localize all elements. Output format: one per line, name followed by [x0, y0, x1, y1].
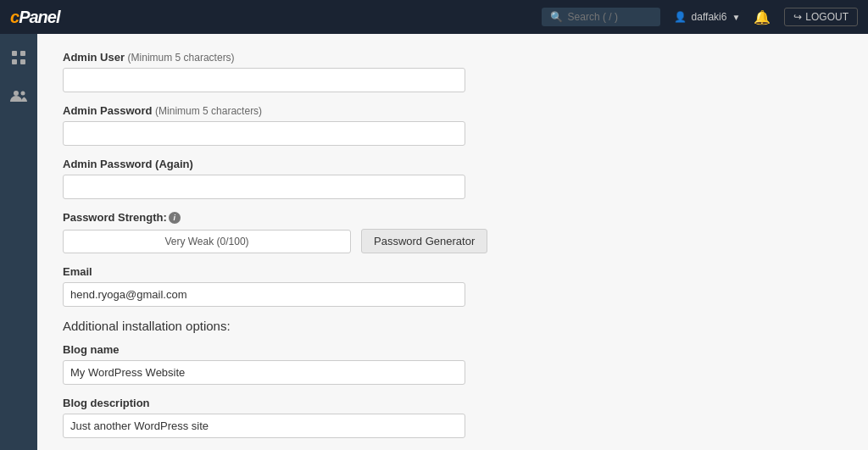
sidebar-item-grid[interactable]	[3, 42, 34, 73]
topnav: cPanel 🔍 👤 daffaki6 ▼ 🔔 ↪ LOGOUT	[0, 0, 868, 34]
blog-description-input[interactable]	[63, 414, 465, 438]
password-strength-label-row: Password Strength: i	[63, 211, 843, 224]
admin-password-group: Admin Password (Minimum 5 characters)	[63, 104, 843, 146]
blog-name-input[interactable]	[63, 360, 465, 385]
strength-value: Very Weak (0/100)	[164, 236, 248, 247]
admin-user-group: Admin User (Minimum 5 characters)	[63, 51, 843, 92]
notifications-button[interactable]: 🔔	[754, 9, 771, 25]
topnav-right: 🔍 👤 daffaki6 ▼ 🔔 ↪ LOGOUT	[542, 8, 858, 26]
search-icon: 🔍	[550, 11, 563, 23]
svg-rect-1	[20, 51, 25, 56]
admin-password-label: Admin Password (Minimum 5 characters)	[63, 104, 843, 117]
search-input[interactable]	[568, 11, 653, 23]
username-label: daffaki6	[692, 11, 727, 23]
password-strength-row: Very Weak (0/100) Password Generator	[63, 229, 843, 253]
admin-password-again-group: Admin Password (Again)	[63, 158, 843, 199]
cpanel-logo: cPanel	[10, 8, 59, 27]
blog-description-group: Blog description	[63, 397, 843, 438]
email-group: Email	[63, 265, 843, 307]
password-strength-group: Password Strength: i Very Weak (0/100) P…	[63, 211, 843, 253]
admin-password-input[interactable]	[63, 121, 465, 146]
password-strength-label: Password Strength:	[63, 211, 167, 224]
blog-name-group: Blog name	[63, 343, 843, 385]
svg-rect-3	[20, 59, 25, 64]
admin-user-input[interactable]	[63, 68, 465, 92]
info-icon[interactable]: i	[169, 212, 181, 224]
password-generator-button[interactable]: Password Generator	[361, 229, 487, 253]
svg-rect-2	[12, 59, 17, 64]
user-icon: 👤	[674, 11, 687, 23]
svg-rect-0	[12, 51, 17, 56]
chevron-down-icon: ▼	[732, 13, 740, 22]
main-content: Admin User (Minimum 5 characters) Admin …	[37, 34, 868, 450]
email-label: Email	[63, 265, 843, 278]
svg-point-5	[21, 92, 25, 96]
user-area[interactable]: 👤 daffaki6 ▼	[674, 11, 741, 23]
sidebar-item-users[interactable]	[3, 81, 34, 112]
strength-bar: Very Weak (0/100)	[63, 230, 351, 253]
additional-options-title: Additional installation options:	[63, 319, 843, 333]
logout-icon: ↪	[793, 11, 802, 23]
logout-button[interactable]: ↪ LOGOUT	[784, 8, 858, 26]
search-bar-container: 🔍	[542, 8, 660, 26]
email-input[interactable]	[63, 282, 465, 307]
admin-password-again-label: Admin Password (Again)	[63, 158, 843, 170]
topnav-left: cPanel	[10, 8, 59, 27]
blog-description-label: Blog description	[63, 397, 843, 409]
sidebar	[0, 34, 37, 450]
svg-point-4	[14, 91, 19, 96]
admin-password-again-input[interactable]	[63, 175, 465, 199]
blog-name-label: Blog name	[63, 343, 843, 356]
admin-user-label: Admin User (Minimum 5 characters)	[63, 51, 843, 64]
